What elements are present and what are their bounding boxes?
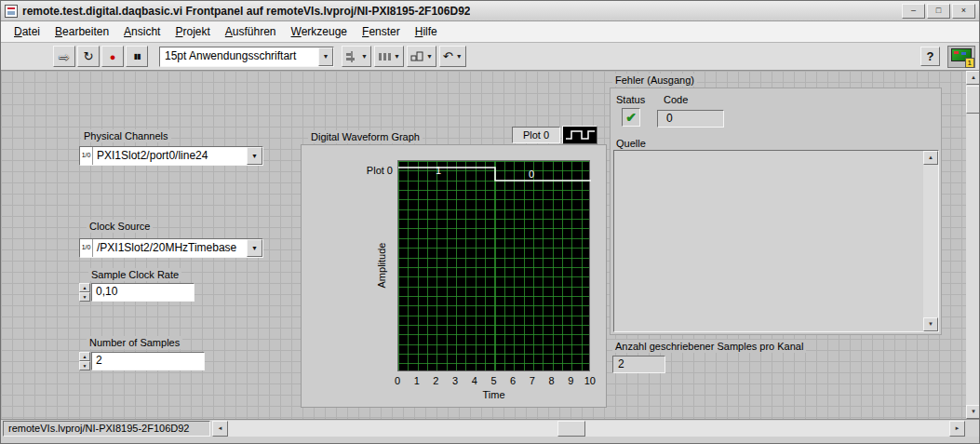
window-title: remote.test.digital.daqbasic.vi Frontpan…	[22, 5, 470, 18]
error-source-field[interactable]: ▲ ▼	[613, 150, 939, 332]
abort-button[interactable]: ●	[101, 46, 124, 67]
menu-ausfuehren[interactable]: Ausführen	[218, 22, 284, 41]
reorder-button[interactable]: ↶ ▼	[439, 46, 466, 67]
connection-count-badge: 1	[965, 58, 974, 68]
samples-written-label: Anzahl geschriebener Samples pro Kanal	[612, 340, 806, 353]
number-of-samples-value[interactable]: 2	[91, 352, 205, 370]
remote-connection-icon[interactable]: 1	[947, 46, 975, 68]
io-selector-icon: 1/0	[80, 147, 93, 165]
scroll-up-icon[interactable]: ▲	[923, 151, 938, 165]
menu-ansicht[interactable]: Ansicht	[116, 22, 168, 41]
status-bar: remoteVIs.lvproj/NI-PXI8195-2F106D92 ◄ ►	[1, 419, 979, 437]
titlebar: remote.test.digital.daqbasic.vi Frontpan…	[1, 1, 979, 21]
run-button[interactable]: ⇨	[53, 46, 75, 67]
run-continuous-button[interactable]: ↻	[77, 46, 100, 67]
error-output-title: Fehler (Ausgang)	[612, 74, 697, 87]
vi-document-icon	[5, 5, 18, 18]
sample-clock-rate-control[interactable]: ▲ ▼ 0,10	[79, 283, 195, 302]
help-button[interactable]: ?	[920, 47, 940, 66]
horizontal-scrollbar[interactable]	[228, 421, 949, 437]
resize-objects-button[interactable]: ▼	[407, 46, 436, 67]
y-axis-label: Amplitude	[376, 200, 387, 330]
status-label: Status	[614, 93, 647, 106]
x-tick: 1	[408, 375, 426, 386]
toolbar-right: ? 1	[920, 46, 979, 68]
menu-fenster[interactable]: Fenster	[355, 22, 408, 41]
menu-werkzeuge[interactable]: Werkzeuge	[284, 22, 355, 41]
x-tick: 10	[581, 375, 599, 386]
maximize-icon: □	[936, 6, 941, 15]
vertical-scrollbar[interactable]: ▲ ▼	[966, 71, 980, 419]
legend-plot-name[interactable]: Plot 0	[512, 127, 560, 143]
menu-bearbeiten[interactable]: Bearbeiten	[47, 22, 116, 41]
plot-row-tick-label: Plot 0	[339, 165, 393, 176]
close-button[interactable]: ×	[952, 4, 975, 19]
x-tick: 8	[543, 375, 561, 386]
plot-area[interactable]: 1 0	[397, 160, 590, 371]
dropdown-arrow-icon: ▼	[456, 53, 463, 60]
scroll-right-icon[interactable]: ►	[949, 421, 965, 437]
physical-channels-combo[interactable]: 1/0 PXI1Slot2/port0/line24 ▼	[79, 146, 263, 166]
help-icon: ?	[927, 49, 934, 63]
font-selector-value: 15pt Anwendungsschriftart	[160, 47, 318, 66]
clock-source-combo[interactable]: 1/0 /PXI1Slot2/20MHzTimebase ▼	[79, 238, 263, 258]
number-of-samples-control[interactable]: ▲ ▼ 2	[79, 352, 205, 370]
x-tick: 7	[523, 375, 542, 386]
waveform-segment-label-low: 0	[529, 168, 534, 180]
x-axis-ticks: 0 1 2 3 4 5 6 7 8 9 10	[388, 375, 599, 386]
code-label: Code	[662, 93, 690, 106]
scroll-up-icon[interactable]: ▲	[966, 71, 980, 85]
spin-down-icon[interactable]: ▼	[79, 292, 90, 302]
target-tab[interactable]: remoteVIs.lvproj/NI-PXI8195-2F106D92	[3, 421, 210, 437]
x-tick: 5	[484, 375, 503, 386]
physical-channels-label: Physical Channels	[81, 129, 171, 142]
source-label: Quelle	[614, 137, 648, 150]
x-tick: 2	[426, 375, 445, 386]
scroll-down-icon[interactable]: ▼	[966, 405, 980, 419]
x-tick: 0	[388, 375, 407, 386]
scroll-down-icon[interactable]: ▼	[923, 317, 938, 331]
distribute-objects-button[interactable]: ▼	[374, 46, 404, 67]
font-selector[interactable]: 15pt Anwendungsschriftart ▼	[159, 47, 334, 67]
clock-source-dropdown-arrow-icon[interactable]: ▼	[247, 239, 262, 257]
dropdown-arrow-icon: ▼	[394, 53, 400, 60]
toolbar: ⇨ ↻ ● ▮▮ 15pt Anwendungsschriftart ▼ ▼ ▼…	[1, 43, 979, 71]
vertical-scrollbar-thumb[interactable]	[966, 86, 980, 114]
spin-up-icon[interactable]: ▲	[79, 283, 90, 292]
align-objects-button[interactable]: ▼	[342, 46, 371, 67]
legend-plot-style-button[interactable]	[562, 126, 597, 144]
x-tick: 3	[446, 375, 464, 386]
front-panel: Physical Channels 1/0 PXI1Slot2/port0/li…	[1, 71, 980, 419]
x-tick: 9	[561, 375, 580, 386]
samples-written-field: 2	[612, 356, 665, 373]
minimize-button[interactable]: –	[902, 4, 925, 19]
sample-clock-rate-value[interactable]: 0,10	[91, 283, 195, 302]
menu-projekt[interactable]: Projekt	[168, 22, 217, 41]
menu-datei[interactable]: Datei	[7, 22, 47, 41]
physical-channels-dropdown-arrow-icon[interactable]: ▼	[247, 147, 262, 165]
x-tick: 6	[503, 375, 522, 386]
error-code-field[interactable]: 0	[657, 110, 724, 128]
source-scrollbar[interactable]: ▲ ▼	[923, 151, 938, 331]
menu-hilfe[interactable]: Hilfe	[408, 22, 445, 41]
close-icon: ×	[961, 6, 966, 15]
sample-clock-rate-label: Sample Clock Rate	[88, 268, 181, 281]
scroll-left-icon[interactable]: ◄	[212, 421, 228, 437]
distribute-objects-icon	[378, 51, 391, 62]
labview-frontpanel-window: remote.test.digital.daqbasic.vi Frontpan…	[0, 0, 980, 444]
run-arrow-icon: ⇨	[59, 49, 70, 64]
sample-clock-rate-spinner: ▲ ▼	[79, 283, 90, 302]
maximize-button[interactable]: □	[927, 4, 950, 19]
spin-down-icon[interactable]: ▼	[79, 361, 90, 370]
number-of-samples-label: Number of Samples	[87, 336, 182, 349]
spin-up-icon[interactable]: ▲	[79, 352, 90, 361]
pause-button[interactable]: ▮▮	[126, 46, 148, 67]
abort-icon: ●	[110, 51, 116, 62]
dropdown-arrow-icon: ▼	[361, 53, 368, 60]
menubar: Datei Bearbeiten Ansicht Projekt Ausführ…	[1, 21, 979, 43]
font-selector-dropdown-arrow-icon[interactable]: ▼	[318, 47, 333, 66]
clock-source-value: /PXI1Slot2/20MHzTimebase	[93, 239, 247, 257]
clock-source-label: Clock Source	[87, 220, 153, 233]
horizontal-scrollbar-thumb[interactable]	[557, 421, 585, 437]
error-status-indicator[interactable]: ✔	[622, 108, 640, 127]
